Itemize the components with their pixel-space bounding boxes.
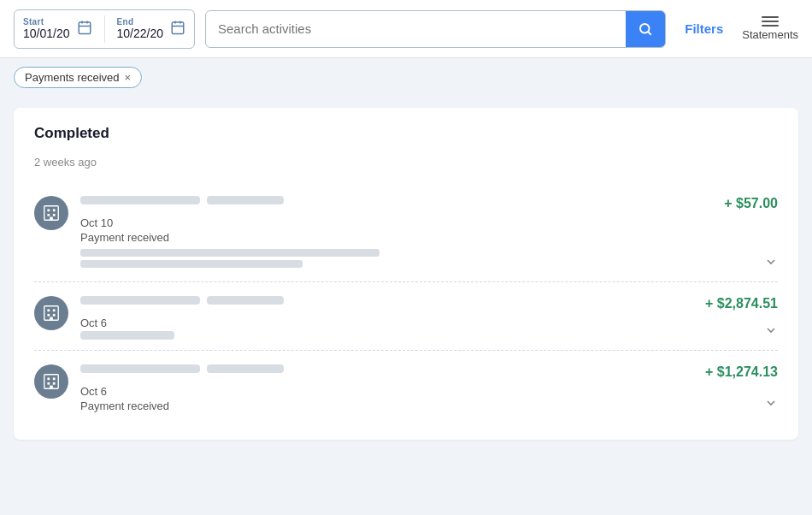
expand-icon[interactable]	[764, 255, 778, 271]
transactions-card: Completed 2 weeks ago Oct 10	[14, 108, 798, 440]
avatar	[34, 364, 68, 399]
blurred-name-bar	[80, 296, 200, 305]
filters-label: Filters	[685, 21, 723, 36]
svg-rect-19	[47, 314, 50, 317]
date-separator	[104, 15, 105, 43]
avatar	[34, 196, 68, 230]
start-label: Start	[23, 17, 44, 27]
transaction-date: Oct 6	[80, 385, 688, 398]
table-row: Oct 6 + $2,874.51	[34, 282, 778, 351]
svg-rect-17	[47, 309, 50, 311]
search-input[interactable]	[206, 21, 626, 36]
amount-column: + $57.00	[707, 196, 778, 211]
transaction-date: Oct 6	[80, 317, 688, 329]
memo-line-1	[80, 249, 380, 257]
blurred-name-bar	[80, 196, 200, 204]
chip-label: Payments received	[25, 71, 120, 84]
svg-rect-27	[50, 386, 53, 389]
svg-rect-25	[47, 382, 50, 385]
blurred-name-bar-2	[207, 196, 284, 204]
chip-close-icon[interactable]: ×	[125, 72, 132, 83]
building-icon	[42, 204, 61, 222]
svg-rect-26	[53, 382, 56, 385]
svg-line-9	[649, 32, 651, 34]
transaction-info: Oct 6	[80, 296, 688, 340]
filter-chip-payments-received[interactable]: Payments received ×	[14, 67, 142, 88]
start-calendar-icon[interactable]	[77, 20, 92, 38]
search-icon	[638, 21, 653, 37]
svg-rect-4	[172, 22, 184, 34]
search-container	[205, 10, 666, 48]
svg-rect-21	[50, 317, 53, 321]
search-button[interactable]	[626, 10, 665, 48]
svg-rect-24	[53, 377, 56, 380]
svg-rect-12	[53, 209, 56, 211]
svg-rect-14	[53, 214, 56, 216]
avatar	[34, 296, 68, 330]
end-date-value: 10/22/20	[117, 27, 164, 40]
svg-rect-11	[47, 209, 50, 211]
expand-icon[interactable]	[764, 323, 778, 340]
svg-rect-23	[47, 377, 50, 380]
start-date-value: 10/01/20	[23, 27, 70, 40]
table-row: Oct 10 Payment received + $57.00	[34, 182, 778, 282]
end-date-group: End 10/22/20	[117, 17, 164, 40]
expand-icon[interactable]	[764, 396, 778, 412]
svg-rect-20	[53, 314, 56, 317]
filter-chips-area: Payments received ×	[0, 58, 812, 96]
end-calendar-icon[interactable]	[170, 20, 185, 38]
hamburger-icon	[762, 16, 779, 27]
building-icon	[42, 304, 61, 323]
transaction-info: Oct 6 Payment received	[80, 364, 688, 412]
transaction-type: Payment received	[80, 231, 707, 244]
blurred-name-bar	[80, 364, 200, 373]
transaction-amount: + $1,274.13	[688, 364, 778, 380]
section-title: Completed	[34, 125, 778, 142]
svg-rect-0	[79, 22, 91, 34]
transaction-date: Oct 10	[80, 216, 707, 229]
blurred-name-bar-2	[207, 364, 284, 373]
transaction-type: Payment received	[80, 400, 688, 412]
header: Start 10/01/20 End 10/22/20 Filter	[0, 0, 812, 58]
transaction-info: Oct 10 Payment received	[80, 196, 707, 271]
memo-line-2	[80, 260, 303, 268]
time-label: 2 weeks ago	[34, 156, 778, 169]
transaction-amount: + $2,874.51	[688, 296, 778, 311]
transaction-memo	[80, 249, 707, 268]
date-range-picker[interactable]: Start 10/01/20 End 10/22/20	[14, 9, 195, 49]
svg-rect-18	[53, 309, 56, 311]
filters-button[interactable]: Filters	[676, 16, 732, 41]
amount-column: + $1,274.13	[688, 364, 778, 380]
table-row: Oct 6 Payment received + $1,274.13	[34, 351, 778, 423]
svg-rect-15	[50, 217, 53, 221]
statements-button[interactable]: Statements	[742, 16, 798, 41]
start-date-group: Start 10/01/20	[23, 17, 70, 40]
svg-rect-13	[47, 214, 50, 216]
statements-label: Statements	[742, 28, 798, 41]
blurred-name-bar-2	[207, 296, 284, 305]
transaction-type	[80, 331, 174, 340]
building-icon	[42, 372, 61, 391]
main-content: Completed 2 weeks ago Oct 10	[0, 96, 812, 452]
amount-column: + $2,874.51	[688, 296, 778, 311]
transaction-amount: + $57.00	[707, 196, 778, 211]
end-label: End	[117, 17, 134, 27]
svg-point-8	[640, 24, 650, 33]
